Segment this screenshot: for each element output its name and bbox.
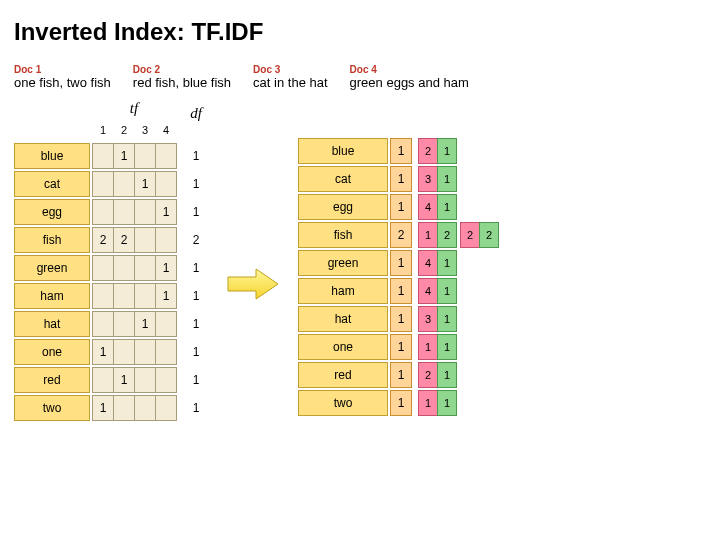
df-cell: 1 xyxy=(390,194,412,220)
tf-cell xyxy=(113,199,135,225)
tf-cell xyxy=(155,339,177,365)
df-cell: 1 xyxy=(390,306,412,332)
posting-doc: 2 xyxy=(418,138,438,164)
term-cell: blue xyxy=(14,143,90,169)
tf-cell xyxy=(113,395,135,421)
tf-label: tf xyxy=(130,100,138,117)
page-title: Inverted Index: TF.IDF xyxy=(14,18,706,46)
tf-col-header: 3 xyxy=(134,117,156,143)
posting-doc: 1 xyxy=(418,334,438,360)
term-cell: two xyxy=(14,395,90,421)
df-cell: 1 xyxy=(184,199,208,225)
term-cell: red xyxy=(14,367,90,393)
tf-df-table: tf 1234 df blue11cat11egg11fish222green1… xyxy=(14,100,208,421)
table-row: two111 xyxy=(298,390,498,416)
inverted-index-table: blue121cat131egg141fish21222green141ham1… xyxy=(298,138,498,418)
tf-col-header: 1 xyxy=(92,117,114,143)
posting-doc: 3 xyxy=(418,306,438,332)
table-row: egg11 xyxy=(14,199,208,225)
tf-cell xyxy=(155,311,177,337)
documents-row: Doc 1one fish, two fishDoc 2red fish, bl… xyxy=(14,64,706,90)
df-cell: 2 xyxy=(184,227,208,253)
tf-cell: 1 xyxy=(92,339,114,365)
doc-label: Doc 4 xyxy=(350,64,469,75)
tf-cell xyxy=(155,143,177,169)
tf-cell: 1 xyxy=(113,367,135,393)
term-cell: fish xyxy=(298,222,388,248)
df-cell: 1 xyxy=(184,395,208,421)
df-cell: 1 xyxy=(184,171,208,197)
df-cell: 1 xyxy=(184,283,208,309)
table-row: two11 xyxy=(14,395,208,421)
df-cell: 1 xyxy=(390,390,412,416)
posting-count: 1 xyxy=(437,390,457,416)
doc-label: Doc 3 xyxy=(253,64,327,75)
table-row: fish222 xyxy=(14,227,208,253)
posting-doc: 4 xyxy=(418,194,438,220)
posting-count: 1 xyxy=(437,194,457,220)
tf-cell xyxy=(92,199,114,225)
term-cell: green xyxy=(14,255,90,281)
tf-cell: 1 xyxy=(113,143,135,169)
table-row: hat131 xyxy=(298,306,498,332)
df-cell: 1 xyxy=(184,311,208,337)
df-cell: 1 xyxy=(390,250,412,276)
tf-cell xyxy=(92,283,114,309)
doc-label: Doc 1 xyxy=(14,64,111,75)
table-row: blue11 xyxy=(14,143,208,169)
table-row: egg141 xyxy=(298,194,498,220)
tf-cell xyxy=(113,255,135,281)
posting-doc: 2 xyxy=(460,222,480,248)
tf-cell: 1 xyxy=(92,395,114,421)
term-cell: blue xyxy=(298,138,388,164)
svg-marker-0 xyxy=(228,269,278,299)
df-cell: 1 xyxy=(390,362,412,388)
table-row: fish21222 xyxy=(298,222,498,248)
posting-count: 1 xyxy=(437,278,457,304)
posting-count: 2 xyxy=(437,222,457,248)
tf-cell: 1 xyxy=(134,171,156,197)
tf-cell xyxy=(92,143,114,169)
table-row: hat11 xyxy=(14,311,208,337)
posting-doc: 1 xyxy=(418,222,438,248)
term-cell: red xyxy=(298,362,388,388)
df-cell: 2 xyxy=(390,222,412,248)
df-cell: 1 xyxy=(390,138,412,164)
tf-cell: 2 xyxy=(113,227,135,253)
table-row: green11 xyxy=(14,255,208,281)
posting-count: 1 xyxy=(437,334,457,360)
tf-cell xyxy=(113,311,135,337)
table-row: red121 xyxy=(298,362,498,388)
posting-doc: 2 xyxy=(418,362,438,388)
table-row: cat11 xyxy=(14,171,208,197)
df-cell: 1 xyxy=(184,255,208,281)
table-row: one111 xyxy=(298,334,498,360)
posting-doc: 4 xyxy=(418,250,438,276)
table-row: cat131 xyxy=(298,166,498,192)
term-cell: one xyxy=(298,334,388,360)
tf-cell xyxy=(134,143,156,169)
tf-cell xyxy=(92,171,114,197)
df-cell: 1 xyxy=(390,278,412,304)
tf-cell xyxy=(155,367,177,393)
term-cell: cat xyxy=(14,171,90,197)
tf-cell xyxy=(155,227,177,253)
tf-cell xyxy=(134,255,156,281)
term-cell: two xyxy=(298,390,388,416)
tf-cell: 1 xyxy=(155,199,177,225)
table-row: one11 xyxy=(14,339,208,365)
tf-col-header: 2 xyxy=(113,117,135,143)
tf-cell: 1 xyxy=(134,311,156,337)
df-cell: 1 xyxy=(390,334,412,360)
posting-count: 1 xyxy=(437,250,457,276)
posting-count: 2 xyxy=(479,222,499,248)
term-cell: hat xyxy=(14,311,90,337)
tf-cell xyxy=(92,255,114,281)
tf-cell: 1 xyxy=(155,255,177,281)
table-row: ham141 xyxy=(298,278,498,304)
table-row: blue121 xyxy=(298,138,498,164)
term-cell: ham xyxy=(14,283,90,309)
tf-cell xyxy=(134,339,156,365)
tf-cell xyxy=(134,395,156,421)
tf-cell: 1 xyxy=(155,283,177,309)
